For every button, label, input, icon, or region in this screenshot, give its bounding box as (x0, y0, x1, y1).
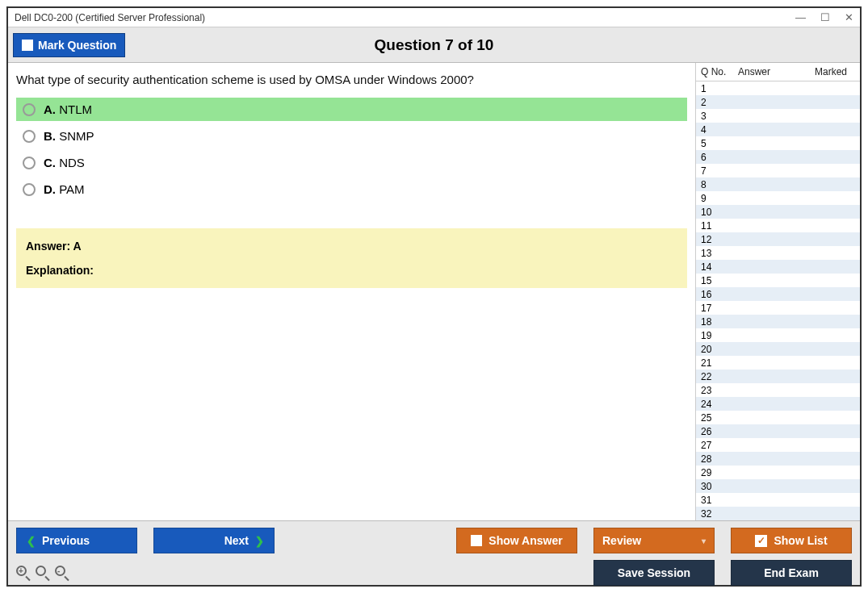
review-dropdown[interactable]: Review ▾ (593, 528, 715, 553)
question-text: What type of security authentication sch… (8, 63, 695, 98)
option-text: SNMP (59, 129, 94, 143)
question-list-row[interactable]: 29 (696, 466, 860, 479)
row-qno: 25 (701, 412, 720, 424)
row-qno: 18 (701, 316, 720, 328)
question-list-row[interactable]: 17 (696, 301, 860, 315)
question-list-row[interactable]: 6 (696, 150, 860, 164)
row-qno: 20 (701, 344, 720, 355)
question-list-row[interactable]: 13 (696, 246, 860, 260)
checkbox-icon (22, 40, 33, 51)
question-list-row[interactable]: 16 (696, 287, 860, 301)
end-exam-button[interactable]: End Exam (731, 560, 852, 586)
zoom-out-button[interactable]: - (55, 566, 69, 580)
show-list-button[interactable]: ✓ Show List (731, 528, 852, 553)
question-list-row[interactable]: 21 (696, 356, 860, 370)
row-qno: 6 (701, 152, 720, 163)
question-list-row[interactable]: 20 (696, 342, 860, 356)
previous-button[interactable]: ❮ Previous (16, 528, 137, 553)
question-list-row[interactable]: 5 (696, 136, 860, 150)
options-list: A. NTLMB. SNMPC. NDSD. PAM (8, 98, 695, 204)
zoom-in-button[interactable]: + (16, 566, 31, 580)
chevron-right-icon: ❯ (255, 535, 264, 547)
row-qno: 3 (701, 111, 720, 122)
question-list-row[interactable]: 10 (696, 205, 860, 219)
checkbox-icon (471, 535, 482, 546)
question-list-row[interactable]: 30 (696, 479, 860, 493)
question-list-row[interactable]: 4 (696, 123, 860, 136)
option-b[interactable]: B. SNMP (16, 124, 687, 148)
question-list-row[interactable]: 18 (696, 315, 860, 328)
next-button[interactable]: Next ❯ (153, 528, 275, 553)
radio-icon (23, 183, 36, 196)
question-list-row[interactable]: 9 (696, 191, 860, 205)
question-list-row[interactable]: 2 (696, 95, 860, 109)
row-qno: 12 (701, 234, 720, 245)
question-list-body[interactable]: 1234567891011121314151617181920212223242… (696, 81, 860, 520)
row-qno: 22 (701, 371, 720, 382)
option-a[interactable]: A. NTLM (16, 98, 687, 121)
header-qno: Q No. (701, 66, 730, 77)
question-list-row[interactable]: 27 (696, 438, 860, 452)
window-title: Dell DC0-200 (Certified Server Professio… (15, 12, 795, 23)
main-panel: What type of security authentication sch… (8, 63, 695, 520)
option-d[interactable]: D. PAM (16, 177, 687, 201)
question-list-row[interactable]: 25 (696, 411, 860, 424)
check-icon: ✓ (755, 535, 767, 547)
question-list-row[interactable]: 3 (696, 109, 860, 123)
question-list-row[interactable]: 11 (696, 219, 860, 232)
row-qno: 1 (701, 83, 720, 94)
question-list-row[interactable]: 15 (696, 274, 860, 287)
body: What type of security authentication sch… (8, 63, 860, 520)
zoom-reset-button[interactable] (36, 566, 50, 580)
footer-row-2: + - Save Session End Exam (16, 560, 852, 586)
row-qno: 2 (701, 97, 720, 108)
option-letter: B. (44, 129, 56, 143)
question-list-row[interactable]: 28 (696, 452, 860, 466)
row-qno: 27 (701, 440, 720, 451)
row-qno: 13 (701, 248, 720, 259)
footer: ❮ Previous Next ❯ Show Answer Review ▾ ✓… (8, 520, 860, 585)
review-label: Review (602, 534, 641, 547)
row-qno: 4 (701, 124, 720, 136)
radio-icon (23, 157, 36, 169)
question-list-row[interactable]: 8 (696, 177, 860, 191)
row-qno: 11 (701, 220, 720, 232)
mark-question-button[interactable]: Mark Question (13, 33, 125, 57)
save-session-button[interactable]: Save Session (593, 560, 715, 586)
row-qno: 8 (701, 179, 720, 190)
dropdown-arrow-icon: ▾ (702, 537, 706, 545)
row-qno: 31 (701, 495, 720, 506)
row-qno: 17 (701, 303, 720, 314)
option-text: NDS (59, 156, 85, 169)
question-list-row[interactable]: 32 (696, 507, 860, 520)
question-list-row[interactable]: 7 (696, 164, 860, 177)
question-list-row[interactable]: 22 (696, 370, 860, 383)
question-list-row[interactable]: 24 (696, 397, 860, 411)
option-letter: D. (44, 182, 56, 196)
question-list-row[interactable]: 1 (696, 81, 860, 95)
option-c[interactable]: C. NDS (16, 151, 687, 174)
end-exam-label: End Exam (764, 566, 819, 579)
row-qno: 5 (701, 138, 720, 149)
question-list-row[interactable]: 19 (696, 328, 860, 342)
question-list-row[interactable]: 12 (696, 232, 860, 246)
row-qno: 16 (701, 289, 720, 300)
row-qno: 7 (701, 165, 720, 177)
footer-row-1: ❮ Previous Next ❯ Show Answer Review ▾ ✓… (16, 528, 852, 553)
row-qno: 24 (701, 399, 720, 410)
explanation-label: Explanation: (26, 264, 677, 277)
window-controls: — ☐ ✕ (795, 11, 853, 23)
maximize-button[interactable]: ☐ (820, 11, 830, 23)
minimize-button[interactable]: — (795, 11, 806, 23)
show-answer-button[interactable]: Show Answer (456, 528, 577, 553)
show-list-label: Show List (774, 534, 827, 547)
row-qno: 23 (701, 385, 720, 396)
option-letter: C. (44, 156, 56, 169)
question-list-row[interactable]: 26 (696, 424, 860, 438)
question-list-row[interactable]: 23 (696, 383, 860, 397)
close-button[interactable]: ✕ (845, 11, 853, 23)
question-list-row[interactable]: 14 (696, 260, 860, 274)
question-list-row[interactable]: 31 (696, 493, 860, 507)
row-qno: 19 (701, 330, 720, 341)
header-answer: Answer (730, 66, 807, 77)
